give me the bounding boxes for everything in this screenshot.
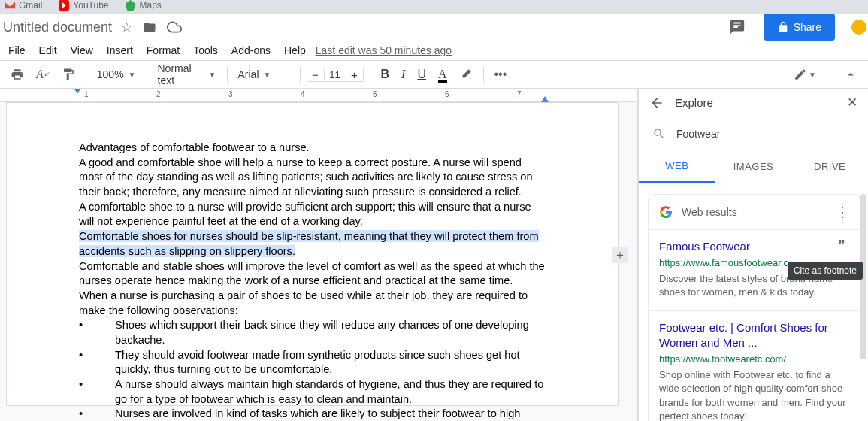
tab-images[interactable]: IMAGES [715,150,792,183]
style-select[interactable]: Normal text▼ [153,61,221,88]
result-title[interactable]: Footwear etc. | Comfort Shoes for Women … [659,320,849,351]
paragraph: Advantages of comfortable footwear to a … [79,141,546,156]
explore-back-button[interactable] [649,95,664,111]
collapse-button[interactable] [839,65,862,84]
editing-mode-button[interactable]: ▼ [789,65,821,84]
explore-search[interactable] [639,117,868,150]
font-size-decrease[interactable]: − [307,68,324,81]
youtube-icon [59,0,69,11]
more-options-button[interactable]: ⋮ [836,204,849,220]
explore-title: Explore [675,96,836,109]
lock-icon [777,21,789,33]
explore-tabs: WEB IMAGES DRIVE [639,150,868,183]
font-select[interactable]: Arial▼ [234,67,294,82]
highlight-button[interactable] [455,65,477,84]
tab-drive[interactable]: DRIVE [791,150,868,183]
chevron-down-icon: ▼ [209,71,216,79]
menu-file[interactable]: File [2,41,32,59]
document-title[interactable]: Untitled document [2,20,112,35]
ruler[interactable]: 1 2 3 4 5 6 7 [0,89,637,102]
bookmark-label: YouTube [73,0,108,11]
web-results-label: Web results [682,206,827,218]
bookmark-label: Maps [140,0,162,11]
menu-addons[interactable]: Add-ons [225,41,277,59]
gmail-icon [5,0,15,11]
menu-format[interactable]: Format [140,41,186,59]
move-icon[interactable] [141,19,158,35]
style-value: Normal text [158,62,204,86]
font-size-value[interactable]: 11 [324,69,346,80]
indent-marker-right[interactable] [541,95,549,102]
cloud-status-icon[interactable] [165,18,183,36]
paragraph-highlighted: Comfortable shoes for nurses should be s… [79,229,546,259]
zoom-value: 100% [97,68,124,80]
menu-view[interactable]: View [64,41,100,59]
title-row: Untitled document ☆ Share [0,14,868,41]
bullet-item: •A nurse should always maintain high sta… [79,377,546,407]
result-url: https://www.footwearetc.com/ [659,353,849,365]
toolbar: A✓ 100%▼ Normal text▼ Arial▼ − 11 + B I … [0,60,868,89]
more-button[interactable]: ••• [490,65,512,84]
bookmark-maps[interactable]: Maps [126,0,162,11]
font-size-stepper[interactable]: − 11 + [307,68,364,82]
font-value: Arial [238,68,259,80]
paragraph: Comfortable and stable shoes will improv… [79,259,546,289]
font-size-increase[interactable]: + [346,68,363,81]
chevron-down-icon: ▼ [264,71,271,79]
cite-footnote-button[interactable]: ❞ [831,235,852,256]
result-title[interactable]: Famous Footwear [659,239,849,254]
browser-bookmark-bar: Gmail YouTube Maps [0,0,868,14]
zoom-select[interactable]: 100%▼ [92,67,141,82]
paragraph: A comfortable shoe to a nurse will provi… [79,200,546,229]
explore-search-input[interactable] [676,128,854,140]
search-result[interactable]: ❞ Cite as footnote Famous Footwear https… [649,229,860,310]
tab-web[interactable]: WEB [639,150,715,183]
result-desc: Shop online with Footwear etc. to find a… [659,368,849,421]
google-icon [659,205,673,219]
italic-button[interactable]: I [397,65,410,84]
star-icon[interactable]: ☆ [119,18,134,37]
document-page[interactable]: Advantages of comfortable footwear to a … [6,102,619,406]
indent-marker-left[interactable] [74,89,81,95]
maps-icon [126,0,136,11]
bullet-item: •Shoes which support their back since th… [79,318,546,347]
text-color-button[interactable]: A [434,65,452,84]
underline-button[interactable]: U [413,65,431,84]
account-avatar[interactable] [850,18,868,36]
menu-bar: File Edit View Insert Format Tools Add-o… [0,41,868,60]
bookmark-label: Gmail [19,0,42,11]
spellcheck-button[interactable]: A✓ [32,65,54,84]
document-area: 1 2 3 4 5 6 7 Advantages of comfortable … [0,89,638,421]
comment-history-button[interactable] [726,16,749,38]
tooltip: Cite as footnote [788,262,863,280]
bullet-item: •They should avoid footwear made from sy… [79,348,546,377]
paint-format-button[interactable] [57,65,80,84]
last-edit-link[interactable]: Last edit was 50 minutes ago [316,44,452,56]
paragraph: A good and comfortable shoe will help a … [79,156,546,200]
share-button[interactable]: Share [764,14,835,41]
bookmark-youtube[interactable]: YouTube [59,0,108,11]
add-comment-button[interactable]: ＋ [612,247,628,263]
bold-button[interactable]: B [377,65,395,84]
search-icon [652,127,666,141]
menu-insert[interactable]: Insert [100,41,140,59]
menu-tools[interactable]: Tools [186,41,225,59]
menu-help[interactable]: Help [277,41,313,59]
explore-panel: Explore ✕ WEB IMAGES DRIVE Web results ⋮… [638,89,868,421]
search-result[interactable]: Footwear etc. | Comfort Shoes for Women … [649,310,860,421]
bullet-item: •Nurses are involved in kind of tasks wh… [79,407,546,421]
share-label: Share [794,21,821,33]
chevron-down-icon: ▼ [129,71,136,79]
explore-close-button[interactable]: ✕ [847,95,857,111]
print-button[interactable] [6,65,29,84]
paragraph: When a nurse is purchasing a pair of sho… [79,289,546,318]
menu-edit[interactable]: Edit [32,41,64,59]
explore-results: Web results ⋮ ❞ Cite as footnote Famous … [639,183,868,421]
bookmark-gmail[interactable]: Gmail [5,0,42,11]
